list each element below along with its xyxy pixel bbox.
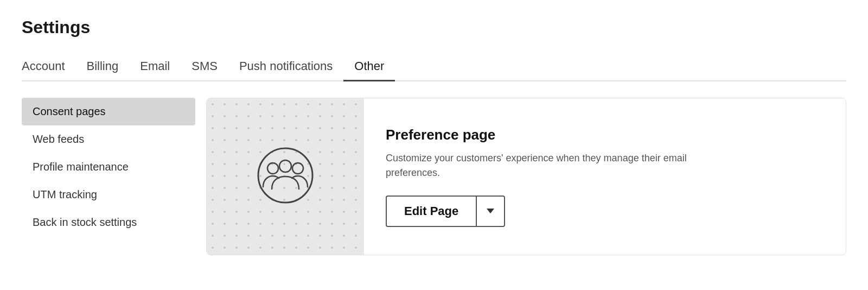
card-description: Customize your customers' experience whe…	[386, 151, 690, 180]
sidebar-item-consent-pages[interactable]: Consent pages	[22, 98, 195, 125]
svg-point-3	[292, 163, 303, 174]
sidebar-item-web-feeds[interactable]: Web feeds	[22, 125, 195, 153]
tab-other[interactable]: Other	[343, 53, 395, 81]
card-body: Preference page Customize your customers…	[364, 98, 711, 255]
preference-page-card: Preference page Customize your customers…	[206, 98, 846, 255]
tab-sms[interactable]: SMS	[181, 53, 228, 81]
sidebar: Consent pages Web feeds Profile maintena…	[22, 98, 195, 255]
edit-page-dropdown-button[interactable]	[476, 196, 505, 227]
chevron-down-icon	[487, 209, 494, 213]
page-container: Settings Account Billing Email SMS Push …	[0, 0, 868, 255]
edit-page-button[interactable]: Edit Page	[386, 196, 476, 227]
svg-point-1	[267, 163, 278, 174]
content-area: Consent pages Web feeds Profile maintena…	[22, 81, 846, 255]
tab-billing[interactable]: Billing	[76, 53, 130, 81]
sidebar-item-profile-maintenance[interactable]: Profile maintenance	[22, 153, 195, 181]
svg-point-0	[258, 148, 312, 203]
tab-email[interactable]: Email	[129, 53, 181, 81]
main-content: Preference page Customize your customers…	[195, 98, 846, 255]
people-icon	[256, 146, 315, 207]
svg-point-2	[279, 160, 291, 172]
sidebar-item-utm-tracking[interactable]: UTM tracking	[22, 181, 195, 209]
button-group: Edit Page	[386, 196, 690, 227]
page-title: Settings	[22, 17, 846, 37]
card-image	[207, 98, 364, 255]
tab-push-notifications[interactable]: Push notifications	[228, 53, 343, 81]
tabs-nav: Account Billing Email SMS Push notificat…	[22, 53, 846, 81]
sidebar-item-back-in-stock[interactable]: Back in stock settings	[22, 209, 195, 236]
tab-account[interactable]: Account	[22, 53, 76, 81]
card-title: Preference page	[386, 127, 690, 143]
